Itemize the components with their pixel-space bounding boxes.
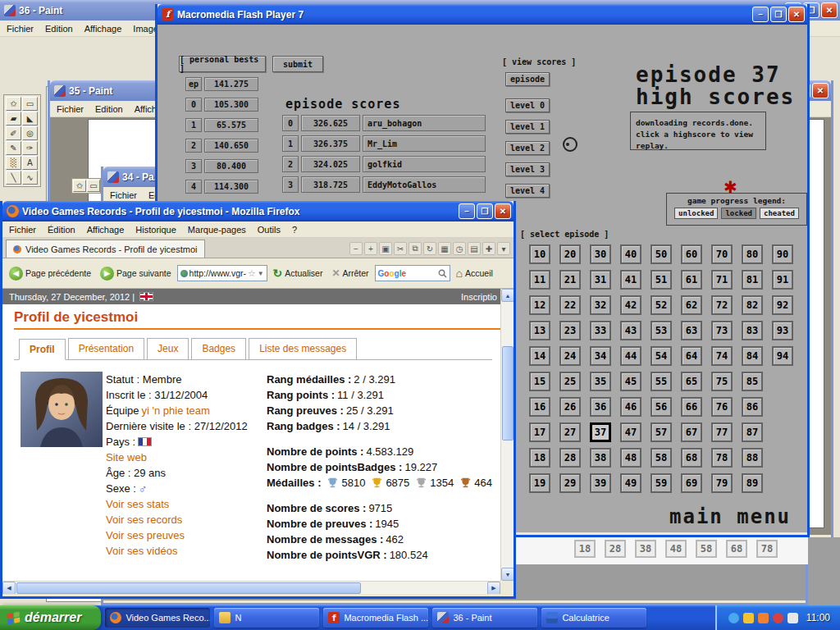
profile-tab-jeux[interactable]: Jeux <box>147 338 189 359</box>
reload-icon[interactable]: ↻ <box>423 242 436 255</box>
episode-cell-38[interactable]: 38 <box>590 448 611 468</box>
episode-cell-59[interactable]: 59 <box>651 473 672 493</box>
profile-tab-badges[interactable]: Badges <box>191 338 246 359</box>
line-tool[interactable]: ╲ <box>6 171 21 185</box>
minimize-button[interactable]: – <box>752 7 769 22</box>
taskbar-button-n[interactable]: N <box>214 608 319 628</box>
history-icon[interactable]: ◷ <box>453 242 466 255</box>
episode-cell-33[interactable]: 33 <box>590 321 611 340</box>
view-level-0-button[interactable]: level 0 <box>505 98 550 112</box>
episode-cell-69[interactable]: 69 <box>681 473 702 493</box>
episode-cell-14[interactable]: 14 <box>529 346 550 366</box>
profile-tab-pr-sentation[interactable]: Présentation <box>68 338 144 359</box>
episode-cell-91[interactable]: 91 <box>772 270 793 290</box>
view-level-2-button[interactable]: level 2 <box>505 141 550 155</box>
close-button[interactable]: ✕ <box>495 203 511 219</box>
episode-cell-53[interactable]: 53 <box>651 321 672 340</box>
horizontal-scrollbar[interactable]: ◀ ▶ <box>2 581 500 594</box>
flash-titlebar[interactable]: f Macromedia Flash Player 7 – ❐ ✕ <box>158 4 807 25</box>
episode-cell-79[interactable]: 79 <box>711 473 733 493</box>
paint34-menu-fichier[interactable]: Fichier <box>110 190 137 200</box>
episode-cell-44[interactable]: 44 <box>620 346 641 366</box>
episode-cell-31[interactable]: 31 <box>590 270 611 290</box>
taskbar-button-calculatrice[interactable]: Calculatrice <box>541 608 646 628</box>
minimize-button[interactable]: – <box>459 203 475 219</box>
episode-cell-86[interactable]: 86 <box>742 397 763 417</box>
text-tool[interactable]: A <box>22 156 38 170</box>
score-player[interactable]: golfkid <box>363 156 486 172</box>
rect-select-tool[interactable]: ▭ <box>87 180 100 192</box>
brush-tool[interactable]: ✑ <box>22 141 38 155</box>
update-icon[interactable] <box>758 613 769 623</box>
episode-cell-40[interactable]: 40 <box>620 244 641 264</box>
cut-icon[interactable]: ✂ <box>394 242 407 255</box>
episode-cell-83[interactable]: 83 <box>742 321 763 340</box>
episode-cell-52[interactable]: 52 <box>651 295 672 315</box>
score-value[interactable]: 318.725 <box>301 176 360 193</box>
episode-cell-82[interactable]: 82 <box>742 295 763 315</box>
episode-cell-26[interactable]: 26 <box>559 397 581 417</box>
zoom-in-icon[interactable]: + <box>364 242 377 255</box>
scroll-left-arrow[interactable]: ◀ <box>2 582 16 595</box>
personal-best-score[interactable]: 141.275 <box>204 77 258 91</box>
search-icon[interactable] <box>438 269 447 278</box>
episode-cell-85[interactable]: 85 <box>742 372 763 391</box>
flag-uk-icon[interactable] <box>139 292 153 301</box>
episode-cell-50[interactable]: 50 <box>651 244 672 264</box>
start-button[interactable]: démarrer <box>0 605 101 630</box>
score-value[interactable]: 326.625 <box>301 115 360 131</box>
episode-cell-57[interactable]: 57 <box>651 422 672 442</box>
personal-best-score[interactable]: 105.300 <box>204 98 258 112</box>
score-player[interactable]: Mr_Lim <box>363 135 486 152</box>
episode-cell-12[interactable]: 12 <box>529 295 550 315</box>
back-button[interactable]: ◀ Page précédente <box>6 264 94 283</box>
vertical-scroll-thumb[interactable] <box>502 346 514 441</box>
paint36-menu-affichage[interactable]: Affichage <box>84 24 122 34</box>
scroll-down-arrow[interactable]: ▼ <box>501 568 514 581</box>
score-player[interactable]: aru_bohagon <box>363 115 486 131</box>
episode-cell-89[interactable]: 89 <box>742 473 763 493</box>
airbrush-tool[interactable]: ░ <box>6 156 21 170</box>
episode-cell-51[interactable]: 51 <box>651 270 672 290</box>
tile-icon[interactable]: ▦ <box>438 242 451 255</box>
episode-cell-23[interactable]: 23 <box>559 321 581 340</box>
firefox-titlebar[interactable]: Video Games Records - Profil de yicestmo… <box>2 201 514 221</box>
volume-icon[interactable] <box>788 613 798 623</box>
episode-cell-88[interactable]: 88 <box>742 448 763 468</box>
episode-cell-19[interactable]: 19 <box>529 473 550 493</box>
view-level-4-button[interactable]: level 4 <box>505 184 550 198</box>
browser-tab[interactable]: Video Games Records - Profil de yicestmo… <box>6 240 205 258</box>
bookmark-star-icon[interactable]: ☆ <box>248 268 256 279</box>
taskbar-button-36-paint[interactable]: 36 - Paint <box>432 608 537 628</box>
episode-cell-35[interactable]: 35 <box>590 372 611 391</box>
paint35-menu-edition[interactable]: Edition <box>95 104 123 114</box>
episode-cell-72[interactable]: 72 <box>711 295 733 315</box>
firefox-menu-fichier[interactable]: Fichier <box>9 225 36 235</box>
episode-cell-21[interactable]: 21 <box>559 270 581 290</box>
episode-cell-15[interactable]: 15 <box>529 372 550 391</box>
episode-cell-41[interactable]: 41 <box>620 270 641 290</box>
episode-cell-24[interactable]: 24 <box>559 346 581 366</box>
episode-score-row[interactable]: 3318.725EddyMotoGallos <box>282 176 486 193</box>
zoom-out-icon[interactable]: − <box>349 242 363 255</box>
episode-cell-49[interactable]: 49 <box>620 473 641 493</box>
episode-cell-54[interactable]: 54 <box>651 346 672 366</box>
forward-button[interactable]: ▶ Page suivante <box>97 264 175 283</box>
free-select-tool[interactable]: ✩ <box>6 97 21 111</box>
episode-cell-42[interactable]: 42 <box>620 295 641 315</box>
paint35-menu-fichier[interactable]: Fichier <box>57 104 84 114</box>
episode-cell-90[interactable]: 90 <box>772 244 793 264</box>
episode-cell-25[interactable]: 25 <box>559 372 581 391</box>
free-select-tool[interactable]: ✩ <box>73 180 86 192</box>
personal-best-score[interactable]: 114.300 <box>204 180 258 194</box>
episode-cell-30[interactable]: 30 <box>590 244 611 264</box>
refresh-button[interactable]: ↻ Actualiser <box>270 264 326 282</box>
score-value[interactable]: 324.025 <box>301 156 360 172</box>
taskbar-button-macromedia-flash[interactable]: fMacromedia Flash ... <box>323 608 428 628</box>
episode-cell-78[interactable]: 78 <box>711 448 733 468</box>
episode-cell-94[interactable]: 94 <box>772 346 793 366</box>
url-field[interactable]: http://www.vgr- ☆ ▼ <box>177 265 267 281</box>
episode-cell-47[interactable]: 47 <box>620 422 641 442</box>
close-button[interactable]: ✕ <box>812 83 829 98</box>
episode-cell-92[interactable]: 92 <box>772 295 793 315</box>
